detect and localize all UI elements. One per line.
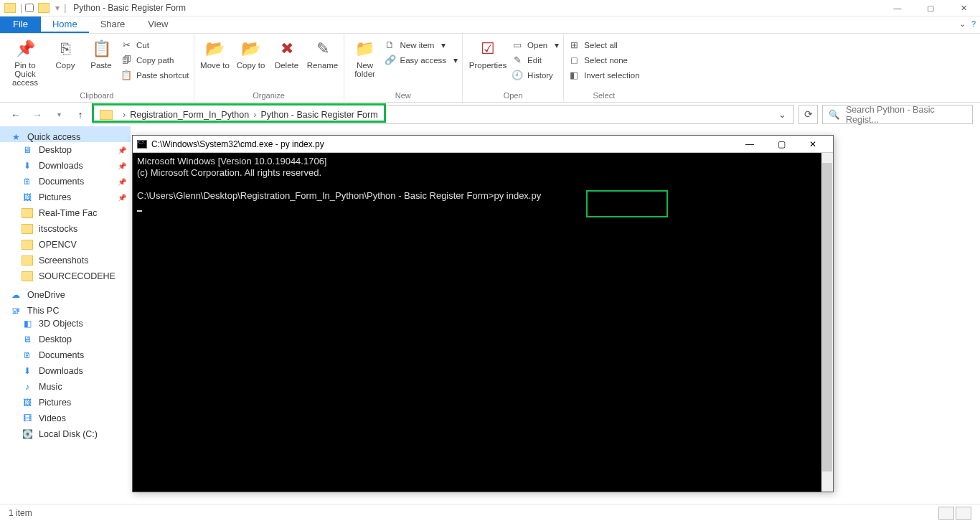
titlebar: | ▾ | Python - Basic Register Form — ▢ ✕ bbox=[0, 0, 980, 17]
cursor bbox=[137, 210, 142, 212]
search-input[interactable]: 🔍 Search Python - Basic Regist... bbox=[822, 105, 973, 124]
nav-pc-pictures[interactable]: 🖼Pictures bbox=[0, 395, 131, 410]
nav-folder[interactable]: SOURCECODEHE bbox=[0, 268, 131, 284]
cmd-minimize-button[interactable]: — bbox=[734, 139, 765, 149]
close-button[interactable]: ✕ bbox=[947, 0, 980, 17]
nav-3d-objects[interactable]: ◧3D Objects bbox=[0, 316, 131, 332]
history-button[interactable]: 🕘History bbox=[512, 68, 559, 82]
copy-button[interactable]: ⎘ Copy bbox=[49, 37, 82, 70]
tab-home[interactable]: Home bbox=[41, 17, 89, 33]
select-all-button[interactable]: ⊞Select all bbox=[568, 38, 639, 52]
select-none-button[interactable]: ◻Select none bbox=[568, 53, 639, 67]
folder-icon[interactable] bbox=[38, 3, 50, 13]
nav-folder[interactable]: Real-Time Fac bbox=[0, 205, 131, 221]
easy-access-button[interactable]: 🔗Easy access▾ bbox=[385, 53, 458, 67]
nav-pc-music[interactable]: ♪Music bbox=[0, 379, 131, 395]
refresh-button[interactable]: ⟳ bbox=[798, 105, 818, 124]
breadcrumb-crumb[interactable]: Registration_Form_In_Python bbox=[130, 110, 249, 120]
chevron-right-icon[interactable]: › bbox=[118, 110, 130, 120]
new-folder-button[interactable]: 📁New folder bbox=[349, 37, 382, 78]
paste-button[interactable]: 📋 Paste bbox=[85, 37, 118, 70]
search-icon: 🔍 bbox=[829, 109, 840, 120]
invert-selection-button[interactable]: ◧Invert selection bbox=[568, 68, 639, 82]
properties-button[interactable]: ☑Properties bbox=[467, 37, 509, 70]
disk-icon: 💽 bbox=[22, 429, 33, 439]
open-button[interactable]: ▭Open▾ bbox=[512, 38, 559, 52]
nav-pc-downloads[interactable]: ⬇Downloads bbox=[0, 363, 131, 379]
nav-downloads[interactable]: ⬇Downloads📌 bbox=[0, 158, 131, 174]
move-to-button[interactable]: 📂Move to bbox=[199, 37, 232, 70]
group-label: Organize bbox=[194, 90, 344, 102]
nav-pictures[interactable]: 🖼Pictures📌 bbox=[0, 189, 131, 205]
search-placeholder: Search Python - Basic Regist... bbox=[846, 105, 966, 125]
paste-shortcut-button[interactable]: 📋Paste shortcut bbox=[121, 68, 189, 82]
picture-icon: 🖼 bbox=[22, 192, 33, 202]
ribbon-tabs: File Home Share View ⌄ ? bbox=[0, 17, 980, 34]
tab-view[interactable]: View bbox=[136, 17, 179, 33]
nav-pc-videos[interactable]: 🎞Videos bbox=[0, 410, 131, 426]
cmd-window[interactable]: C:\Windows\System32\cmd.exe - py index.p… bbox=[132, 135, 834, 492]
newfolder-icon: 📁 bbox=[354, 38, 376, 60]
scissors-icon: ✂ bbox=[121, 39, 132, 51]
cmd-window-title: C:\Windows\System32\cmd.exe - py index.p… bbox=[151, 139, 324, 149]
group-label: Open bbox=[463, 90, 563, 102]
cmd-terminal-body[interactable]: Microsoft Windows [Version 10.0.19044.17… bbox=[133, 153, 833, 239]
address-bar-row: ← → ▾ ↑ › Registration_Form_In_Python › … bbox=[0, 103, 980, 126]
checkbox-qat[interactable] bbox=[25, 4, 34, 12]
folder-icon bbox=[22, 240, 33, 250]
ribbon-collapse-icon[interactable]: ⌄ bbox=[959, 19, 966, 29]
copy-path-button[interactable]: 🗐Copy path bbox=[121, 53, 189, 67]
delete-icon: ✖ bbox=[276, 38, 298, 60]
maximize-button[interactable]: ▢ bbox=[914, 0, 947, 17]
nav-thispc[interactable]: 🖳This PC bbox=[0, 300, 131, 316]
new-item-button[interactable]: 🗋New item▾ bbox=[385, 38, 458, 52]
cut-button[interactable]: ✂Cut bbox=[121, 38, 189, 52]
nav-back-button[interactable]: ← bbox=[7, 106, 24, 123]
help-icon[interactable]: ? bbox=[971, 19, 976, 29]
breadcrumb-dropdown-icon[interactable]: ⌄ bbox=[771, 109, 793, 120]
nav-folder[interactable]: OPENCV bbox=[0, 237, 131, 253]
nav-desktop[interactable]: 🖥Desktop📌 bbox=[0, 142, 131, 158]
chevron-right-icon[interactable]: › bbox=[249, 110, 260, 120]
cmd-prompt: C:\Users\Glenn\Desktop\Registration_Form… bbox=[137, 190, 494, 201]
cmd-text: Microsoft Windows [Version 10.0.19044.17… bbox=[137, 156, 326, 166]
nav-documents[interactable]: 🗎Documents📌 bbox=[0, 174, 131, 189]
minimize-button[interactable]: — bbox=[881, 0, 914, 17]
view-large-icons-button[interactable] bbox=[956, 507, 971, 520]
download-icon: ⬇ bbox=[22, 366, 33, 376]
rename-button[interactable]: ✎Rename bbox=[306, 37, 339, 70]
nav-forward-button[interactable]: → bbox=[29, 106, 46, 123]
edit-button[interactable]: ✎Edit bbox=[512, 53, 559, 67]
ribbon-group-open: ☑Properties ▭Open▾ ✎Edit 🕘History Open bbox=[463, 34, 564, 102]
newitem-icon: 🗋 bbox=[385, 39, 396, 51]
nav-recent-button[interactable]: ▾ bbox=[50, 106, 67, 123]
cmd-scrollbar[interactable] bbox=[821, 153, 833, 492]
scrollbar-thumb[interactable] bbox=[822, 163, 832, 471]
copy-to-button[interactable]: 📂Copy to bbox=[235, 37, 268, 70]
history-icon: 🕘 bbox=[512, 70, 523, 81]
nav-tree[interactable]: ★Quick access 🖥Desktop📌 ⬇Downloads📌 🗎Doc… bbox=[0, 126, 131, 502]
nav-up-button[interactable]: ↑ bbox=[72, 106, 89, 123]
tab-file[interactable]: File bbox=[0, 17, 41, 33]
breadcrumb-bar[interactable]: › Registration_Form_In_Python › Python -… bbox=[93, 105, 794, 124]
nav-local-disk[interactable]: 💽Local Disk (C:) bbox=[0, 426, 131, 442]
nav-pc-desktop[interactable]: 🖥Desktop bbox=[0, 332, 131, 347]
nav-quick-access[interactable]: ★Quick access bbox=[0, 126, 131, 142]
pin-quick-access-button[interactable]: 📌 Pin to Quick access bbox=[4, 37, 46, 87]
cmd-close-button[interactable]: ✕ bbox=[797, 139, 829, 149]
tab-share[interactable]: Share bbox=[89, 17, 137, 33]
document-icon: 🗎 bbox=[22, 350, 33, 360]
breadcrumb-crumb[interactable]: Python - Basic Register Form bbox=[260, 110, 377, 120]
nav-pc-documents[interactable]: 🗎Documents bbox=[0, 347, 131, 363]
edit-icon: ✎ bbox=[512, 55, 523, 66]
nav-folder[interactable]: itscstocks bbox=[0, 221, 131, 237]
shortcut-icon: 📋 bbox=[121, 70, 132, 81]
cmd-maximize-button[interactable]: ▢ bbox=[765, 139, 797, 149]
pin-icon: 📌 bbox=[118, 146, 126, 154]
cmd-titlebar[interactable]: C:\Windows\System32\cmd.exe - py index.p… bbox=[133, 136, 833, 153]
delete-button[interactable]: ✖Delete bbox=[270, 37, 303, 70]
nav-onedrive[interactable]: ☁OneDrive bbox=[0, 284, 131, 300]
nav-folder[interactable]: Screenshots bbox=[0, 253, 131, 268]
view-details-button[interactable] bbox=[938, 507, 954, 520]
rename-icon: ✎ bbox=[312, 38, 334, 60]
